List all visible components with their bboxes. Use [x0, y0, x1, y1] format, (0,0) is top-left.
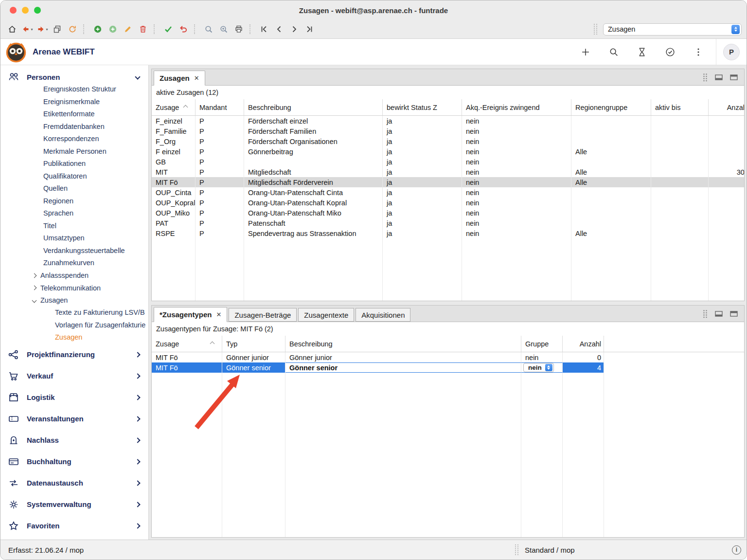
- last-record-button[interactable]: [302, 23, 316, 36]
- zusagen-table-row[interactable]: MIT FöPMitgliedschaft Fördervereinjanein…: [152, 177, 744, 187]
- column-header-mandant[interactable]: Mandant: [196, 99, 244, 115]
- column-header-anzahl[interactable]: Anzahl: [709, 99, 744, 115]
- tab-akquisitionen[interactable]: Akquisitionen: [356, 308, 410, 322]
- sidebar-section[interactable]: Datenaustausch: [0, 472, 148, 494]
- sidebar-tree-group[interactable]: Anlassspenden: [0, 270, 148, 282]
- grid-dots-icon[interactable]: [703, 73, 708, 82]
- sidebar-tree-item[interactable]: Quellen: [0, 182, 148, 195]
- zusagen-table-row[interactable]: OUP_MikoPOrang-Utan-Patenschaft Mikojane…: [152, 208, 744, 218]
- tab-zusagentexte[interactable]: Zusagentexte: [298, 308, 354, 322]
- sidebar-tree-item[interactable]: Ereigniskosten Struktur: [0, 87, 148, 96]
- collapse-panel-icon[interactable]: [715, 73, 723, 81]
- cell-beschreibung-editing[interactable]: Gönner senior: [285, 362, 521, 373]
- tab-zusagentypen[interactable]: *Zusagentypen ✕: [154, 307, 227, 322]
- prev-record-button[interactable]: [272, 23, 286, 36]
- completed-tasks-button[interactable]: [664, 46, 676, 58]
- back-button[interactable]: ▾: [20, 23, 34, 36]
- column-header-gruppe[interactable]: Gruppe: [521, 336, 563, 352]
- zusagen-table-row[interactable]: OUP_CintaPOrang-Utan-Patenschaft Cintaja…: [152, 187, 744, 198]
- confirm-button[interactable]: [161, 23, 175, 36]
- add-button[interactable]: [91, 23, 105, 36]
- sidebar-tree-item[interactable]: Zunahmekurven: [0, 257, 148, 270]
- sidebar-section[interactable]: Projektfinanzierung: [0, 344, 148, 365]
- column-header-akq-ereignis[interactable]: Akq.-Ereignis zwingend: [462, 99, 571, 115]
- sidebar-section[interactable]: Systemverwaltung: [0, 494, 148, 515]
- close-tab-icon[interactable]: ✕: [216, 311, 222, 318]
- search-plus-button[interactable]: [217, 23, 231, 36]
- sidebar-tree-item[interactable]: Publikationen: [0, 158, 148, 170]
- column-header-regionengruppe[interactable]: Regionengruppe: [571, 99, 651, 115]
- zusagen-table-row[interactable]: RSPEPSpendevertrag aus Strassenaktionjan…: [152, 228, 744, 238]
- zusagen-table-row[interactable]: OUP_KopralPOrang-Utan-Patenschaft Kopral…: [152, 198, 744, 208]
- zusagen-table-row[interactable]: F_einzelPFörderschaft einzeljanein0: [152, 116, 744, 126]
- zusagen-table-row[interactable]: MITPMitgliedschaftjaneinAlle309: [152, 167, 744, 177]
- edit-button[interactable]: [121, 23, 135, 36]
- column-header-beschreibung[interactable]: Beschreibung: [285, 336, 521, 352]
- new-record-button[interactable]: [580, 46, 591, 58]
- view-combobox[interactable]: Zusagen: [603, 23, 742, 36]
- delete-button[interactable]: [136, 23, 150, 36]
- print-button[interactable]: [232, 23, 246, 36]
- maximize-panel-icon[interactable]: [730, 310, 738, 318]
- sidebar-tree-child-active[interactable]: Zusagen: [0, 331, 148, 344]
- tab-zusagen[interactable]: Zusagen ✕: [154, 71, 205, 86]
- zusagen-table-row[interactable]: F einzelPGönnerbeitragjaneinAlle0: [152, 146, 744, 157]
- home-button[interactable]: [5, 23, 19, 36]
- zusagen-table-row[interactable]: F_OrgPFörderschaft Organisationenjanein: [152, 136, 744, 146]
- sidebar-tree-item[interactable]: Merkmale Personen: [0, 145, 148, 158]
- sidebar-tree-item[interactable]: Sprachen: [0, 207, 148, 220]
- zusagentyp-row[interactable]: MIT Fö Gönner junior Gönner junior nein …: [152, 352, 744, 362]
- sidebar-tree-child[interactable]: Texte zu Fakturierung LSV/B: [0, 307, 148, 319]
- sidebar-tree-item[interactable]: Titel: [0, 220, 148, 233]
- close-window-button[interactable]: [10, 7, 17, 14]
- sidebar-tree-item[interactable]: Fremddatenbanken: [0, 121, 148, 133]
- column-header-bewirkt-status-z[interactable]: bewirkt Status Z: [383, 99, 462, 115]
- zusagen-table-row[interactable]: F_FamiliePFörderschaft Familienjanein3: [152, 126, 744, 136]
- sidebar-section[interactable]: Logistik: [0, 387, 148, 408]
- collapse-panel-icon[interactable]: [715, 310, 723, 318]
- sidebar-section[interactable]: Favoriten: [0, 515, 148, 537]
- global-search-button[interactable]: [608, 46, 620, 58]
- minimize-window-button[interactable]: [22, 7, 29, 14]
- duplicate-window-button[interactable]: [51, 23, 64, 36]
- sidebar-tree-item[interactable]: Verdankungssteuertabelle: [0, 245, 148, 257]
- sidebar-tree-item[interactable]: Etikettenformate: [0, 108, 148, 121]
- more-menu-button[interactable]: [693, 46, 704, 58]
- sidebar-tree-item[interactable]: Umsatztypen: [0, 232, 148, 245]
- add-secondary-button[interactable]: [106, 23, 120, 36]
- zusagen-table-row[interactable]: PATPPatenschaftjanein4: [152, 218, 744, 228]
- column-header-typ[interactable]: Typ: [222, 336, 285, 352]
- gruppe-select[interactable]: nein: [523, 363, 554, 372]
- first-record-button[interactable]: [257, 23, 271, 36]
- next-record-button[interactable]: [287, 23, 301, 36]
- column-header-anzahl[interactable]: Anzahl: [563, 336, 604, 352]
- info-icon[interactable]: i: [732, 545, 741, 555]
- undo-button[interactable]: [177, 23, 190, 36]
- grid-dots-icon[interactable]: [703, 309, 708, 318]
- pending-tasks-button[interactable]: [636, 46, 648, 58]
- zusagentyp-row-selected[interactable]: MIT Fö Gönner senior Gönner senior nein …: [152, 362, 744, 373]
- column-header-zusage[interactable]: Zusage: [152, 99, 196, 115]
- sidebar-section[interactable]: Verkauf: [0, 365, 148, 387]
- forward-button[interactable]: ▾: [36, 23, 49, 36]
- column-header-aktiv-bis[interactable]: aktiv bis: [651, 99, 709, 115]
- sidebar-section[interactable]: Buchhaltung: [0, 451, 148, 472]
- maximize-panel-icon[interactable]: [730, 73, 738, 81]
- close-tab-icon[interactable]: ✕: [194, 74, 199, 82]
- sidebar-section-personen[interactable]: Personen: [0, 67, 148, 87]
- sidebar-tree-item[interactable]: Ereignismerkmale: [0, 96, 148, 108]
- tab-zusagen-betraege[interactable]: Zusagen-Beträge: [229, 308, 297, 322]
- sidebar-tree-child[interactable]: Vorlagen für Zusagenfakturie: [0, 319, 148, 332]
- column-header-beschreibung[interactable]: Beschreibung: [244, 99, 383, 115]
- sidebar-tree-item[interactable]: Regionen: [0, 195, 148, 208]
- search-button[interactable]: [202, 23, 215, 36]
- zusagen-table-row[interactable]: GBPjanein5: [152, 157, 744, 167]
- zoom-window-button[interactable]: [34, 7, 41, 14]
- sidebar-tree-item[interactable]: Korrespondenzen: [0, 133, 148, 145]
- sidebar-tree-group-expanded[interactable]: Zusagen: [0, 294, 148, 307]
- sidebar-section[interactable]: Veranstaltungen: [0, 408, 148, 430]
- sidebar-section[interactable]: Nachlass: [0, 430, 148, 451]
- user-avatar[interactable]: P: [723, 44, 740, 60]
- refresh-button[interactable]: [66, 23, 79, 36]
- sidebar-tree-item[interactable]: Qualifikatoren: [0, 170, 148, 183]
